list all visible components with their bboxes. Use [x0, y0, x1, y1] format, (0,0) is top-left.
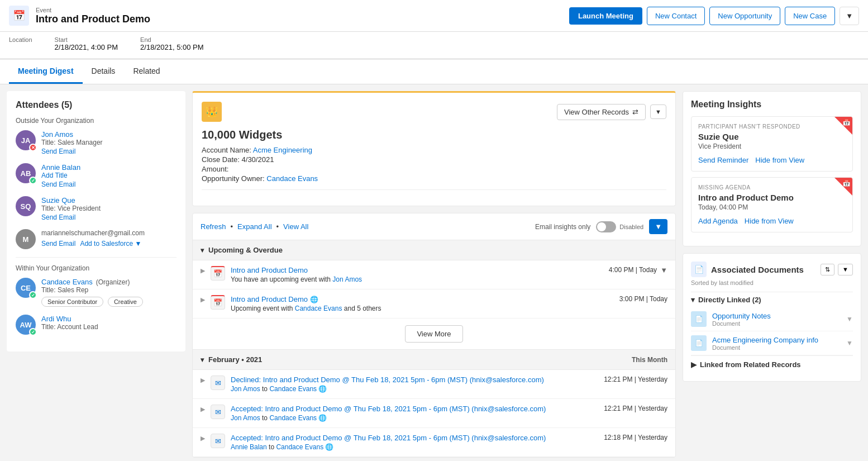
organizer-label: (Organizer): [96, 278, 130, 286]
expand-icon[interactable]: ▶: [201, 434, 205, 442]
docs-more-button[interactable]: ▼: [838, 264, 853, 275]
to-link[interactable]: Candace Evans: [269, 414, 317, 422]
new-case-button[interactable]: New Case: [785, 7, 835, 25]
hide-from-view-link[interactable]: Hide from View: [745, 217, 794, 225]
view-more-wrap: View More: [193, 319, 675, 349]
upcoming-chevron[interactable]: ▾: [201, 246, 204, 254]
tl-person-link[interactable]: Candace Evans: [295, 305, 342, 312]
view-other-records-button[interactable]: View Other Records ⇄: [557, 104, 646, 120]
attendee-name[interactable]: Annie Balan: [41, 163, 80, 172]
view-all-link[interactable]: View All: [283, 222, 308, 231]
doc-name[interactable]: Opportunity Notes: [712, 312, 841, 320]
insight-label: PARTICIPANT HASN'T RESPONDED: [698, 123, 846, 130]
list-item: M mariannelschumacher@gmail.com Send Ema…: [16, 229, 177, 249]
attendees-panel: Attendees (5) Outside Your Organization …: [7, 91, 185, 351]
refresh-link[interactable]: Refresh: [201, 222, 226, 231]
docs-actions: ⇅ ▼: [821, 264, 853, 275]
send-email-link[interactable]: Send Email: [41, 213, 101, 221]
more-actions-button[interactable]: ▼: [840, 7, 859, 25]
tab-meeting-digest[interactable]: Meeting Digest: [9, 60, 83, 84]
tl-email-title[interactable]: Declined: Intro and Product Demo @ Thu F…: [231, 376, 599, 384]
tab-details[interactable]: Details: [83, 60, 125, 84]
avatar: AW ✓: [16, 315, 36, 335]
owner-link[interactable]: Candace Evans: [266, 174, 318, 183]
globe-icon: 🌐: [318, 414, 327, 422]
hide-from-view-link[interactable]: Hide from View: [755, 156, 804, 164]
expand-all-link[interactable]: Expand All: [237, 222, 271, 231]
tab-bar: Meeting Digest Details Related: [0, 60, 868, 84]
from-link[interactable]: Jon Amos: [231, 414, 260, 422]
new-opportunity-button[interactable]: New Opportunity: [709, 7, 780, 25]
send-email-link[interactable]: Send Email: [41, 148, 103, 155]
send-reminder-link[interactable]: Send Reminder: [698, 156, 748, 164]
add-agenda-link[interactable]: Add Agenda: [698, 217, 738, 225]
docs-sort-button[interactable]: ⇅: [821, 264, 834, 275]
tl-email-title[interactable]: Accepted: Intro and Product Demo @ Thu F…: [231, 434, 599, 442]
from-link[interactable]: Annie Balan: [231, 443, 267, 451]
avatar: SQ: [16, 196, 36, 216]
tl-content: Declined: Intro and Product Demo @ Thu F…: [231, 376, 599, 393]
email-icon: ✉: [211, 434, 225, 448]
attendee-info: mariannelschumacher@gmail.com Send Email…: [41, 229, 145, 248]
email-insights-toggle[interactable]: [596, 221, 616, 232]
doc-dropdown-icon[interactable]: ▼: [846, 315, 853, 323]
filter-button[interactable]: ▼: [649, 219, 667, 234]
insight-actions: Send Reminder Hide from View: [698, 156, 846, 164]
avatar: JA ✕: [16, 130, 36, 150]
tl-person-link[interactable]: Jon Amos: [332, 275, 362, 283]
end-field: End 2/18/2021, 5:00 PM: [140, 36, 203, 51]
attendee-name[interactable]: Ardi Whu: [41, 315, 98, 323]
tl-dropdown-icon[interactable]: ▼: [660, 266, 667, 274]
doc-name[interactable]: Acme Engineering Company info: [712, 336, 841, 344]
doc-dropdown-icon[interactable]: ▼: [846, 339, 853, 347]
expand-icon[interactable]: ▶: [201, 405, 205, 413]
add-title-link[interactable]: Add Title: [41, 172, 80, 179]
tab-related[interactable]: Related: [124, 60, 169, 84]
linked-from-section[interactable]: ▶ Linked from Related Records: [691, 355, 853, 373]
tl-time-wrap: 4:00 PM | Today ▼: [609, 266, 667, 274]
opp-caret-button[interactable]: ▼: [650, 104, 666, 119]
directly-linked-section[interactable]: ▾ Directly Linked (2): [691, 292, 853, 307]
opportunity-name: 10,000 Widgets: [202, 129, 666, 141]
list-item: CE ✓ Candace Evans (Organizer) Title: Sa…: [16, 278, 177, 307]
insight-name: Suzie Que: [698, 132, 846, 141]
tl-email-title[interactable]: Accepted: Intro and Product Demo @ Thu F…: [231, 405, 599, 413]
doc-file-icon: 📄: [691, 311, 707, 327]
close-date-field: Close Date: 4/30/2021: [202, 155, 666, 164]
attendee-role: Title: Account Lead: [41, 323, 98, 331]
february-section-label: February • 2021: [208, 355, 262, 364]
view-more-button[interactable]: View More: [405, 325, 462, 343]
from-link[interactable]: Jon Amos: [231, 385, 260, 393]
location-label: Location: [9, 36, 32, 43]
attendee-name[interactable]: Candace Evans: [41, 278, 93, 286]
meeting-insights-card: Meeting Insights 📅 PARTICIPANT HASN'T RE…: [683, 91, 861, 246]
add-to-salesforce-link[interactable]: Add to Salesforce ▼: [80, 240, 141, 248]
refresh-icon: ⇄: [632, 108, 638, 116]
expand-icon[interactable]: ▶: [201, 266, 205, 274]
to-link[interactable]: Candace Evans: [276, 443, 323, 451]
launch-meeting-button[interactable]: Launch Meeting: [569, 7, 642, 25]
tl-event-title[interactable]: Intro and Product Demo 🌐: [231, 295, 615, 303]
new-contact-button[interactable]: New Contact: [647, 7, 705, 25]
send-email-link[interactable]: Send Email: [41, 240, 75, 248]
start-field: Start 2/18/2021, 4:00 PM: [55, 36, 118, 51]
list-item: SQ Suzie Que Title: Vice President Send …: [16, 196, 177, 221]
february-chevron[interactable]: ▾: [201, 356, 204, 364]
attendee-name[interactable]: Jon Amos: [41, 130, 103, 139]
expand-icon[interactable]: ▶: [201, 295, 205, 303]
attendee-info: Jon Amos Title: Sales Manager Send Email: [41, 130, 103, 155]
tl-event-title[interactable]: Intro and Product Demo: [231, 266, 604, 274]
end-label: End: [140, 36, 203, 43]
attendee-name[interactable]: Suzie Que: [41, 196, 101, 205]
linked-from-chevron: ▶: [691, 360, 697, 369]
to-link[interactable]: Candace Evans: [269, 385, 317, 393]
account-name-link[interactable]: Acme Engineering: [253, 146, 312, 154]
attendee-info: Annie Balan Add Title Send Email: [41, 163, 80, 188]
send-email-link[interactable]: Send Email: [41, 180, 80, 188]
upcoming-section-label: Upcoming & Overdue: [208, 246, 283, 254]
tl-content: Accepted: Intro and Product Demo @ Thu F…: [231, 434, 599, 451]
table-row: ▶ 📅 Intro and Product Demo 🌐 Upcoming ev…: [193, 289, 675, 319]
expand-icon[interactable]: ▶: [201, 376, 205, 384]
ribbon-calendar-icon: 📅: [842, 118, 851, 126]
list-item: 📄 Acme Engineering Company info Document…: [691, 331, 853, 355]
